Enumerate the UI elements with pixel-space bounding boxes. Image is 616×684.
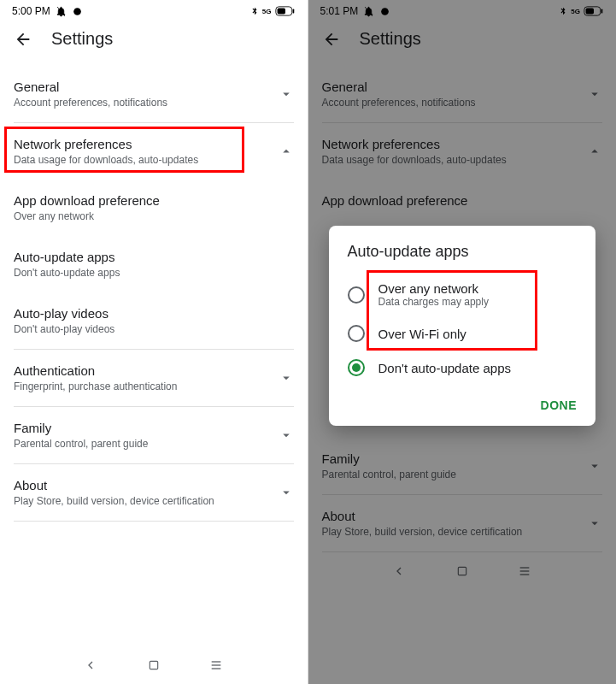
section-sub: Play Store, build version, device certif… (14, 495, 214, 507)
radio-label: Over Wi-Fi only (378, 327, 578, 341)
app-icon (72, 6, 83, 17)
section-title: Family (14, 421, 148, 435)
radio-icon (348, 286, 365, 304)
left-phone-screen: 5:00 PM 5G Settings General Account pref… (0, 0, 308, 684)
section-title: Auto-play videos (14, 306, 294, 321)
section-sub: Don't auto-update apps (14, 267, 294, 279)
svg-rect-2 (277, 9, 285, 15)
radio-icon (348, 325, 365, 342)
dialog-title: Auto-update apps (329, 243, 596, 273)
radio-label: Over any network (378, 281, 578, 296)
section-title: Network preferences (14, 137, 198, 151)
signal-5g-icon: 5G (262, 8, 272, 15)
radio-icon-selected (348, 359, 365, 376)
section-title: General (14, 80, 167, 94)
section-auth[interactable]: Authentication Fingerprint, purchase aut… (0, 350, 308, 406)
status-bar: 5:00 PM 5G (0, 0, 308, 19)
chevron-down-icon (279, 370, 294, 386)
divider (14, 521, 294, 522)
radio-over-any-network[interactable]: Over any network Data charges may apply (329, 273, 596, 316)
section-title: About (14, 478, 214, 492)
svg-rect-3 (292, 9, 294, 13)
section-family[interactable]: Family Parental control, parent guide (0, 407, 308, 463)
dnd-icon (56, 6, 67, 17)
section-sub: Over any network (14, 210, 294, 222)
nav-bar (0, 646, 308, 684)
battery-icon (275, 6, 296, 16)
section-sub: Parental control, parent guide (14, 438, 148, 450)
chevron-down-icon (279, 428, 294, 443)
radio-sub: Data charges may apply (378, 296, 578, 308)
section-title: Authentication (14, 363, 177, 378)
page-title: Settings (51, 29, 113, 49)
back-arrow-icon[interactable] (14, 30, 32, 49)
section-sub: Don't auto-play videos (14, 323, 294, 335)
nav-home-icon[interactable] (148, 659, 160, 671)
radio-dont-auto-update[interactable]: Don't auto-update apps (329, 351, 596, 385)
settings-content: General Account preferences, notificatio… (0, 66, 308, 522)
svg-rect-4 (150, 661, 157, 669)
section-general[interactable]: General Account preferences, notificatio… (0, 66, 308, 122)
section-sub: Account preferences, notifications (14, 97, 167, 109)
nav-recents-icon[interactable] (209, 658, 223, 672)
section-auto-update[interactable]: Auto-update apps Don't auto-update apps (0, 236, 308, 292)
section-network[interactable]: Network preferences Data usage for downl… (0, 123, 308, 180)
auto-update-dialog: Auto-update apps Over any network Data c… (329, 226, 596, 426)
radio-label: Don't auto-update apps (378, 361, 578, 375)
section-sub: Fingerprint, purchase authentication (14, 380, 177, 392)
chevron-down-icon (279, 485, 294, 500)
done-button[interactable]: DONE (541, 398, 577, 412)
status-time: 5:00 PM (12, 5, 50, 17)
chevron-down-icon (279, 86, 294, 102)
nav-back-icon[interactable] (84, 658, 97, 672)
radio-wifi-only[interactable]: Over Wi-Fi only (329, 316, 596, 351)
bluetooth-icon (250, 6, 259, 16)
section-app-download[interactable]: App download preference Over any network (0, 180, 308, 236)
right-phone-screen: 5:01 PM 5G Settings General Account pref… (308, 0, 617, 684)
section-about[interactable]: About Play Store, build version, device … (0, 464, 308, 521)
header: Settings (0, 19, 308, 66)
chevron-up-icon (279, 144, 294, 159)
section-title: App download preference (14, 193, 294, 208)
svg-point-0 (73, 8, 81, 15)
section-autoplay[interactable]: Auto-play videos Don't auto-play videos (0, 292, 308, 349)
section-sub: Data usage for downloads, auto-updates (14, 154, 198, 166)
section-title: Auto-update apps (14, 250, 294, 264)
